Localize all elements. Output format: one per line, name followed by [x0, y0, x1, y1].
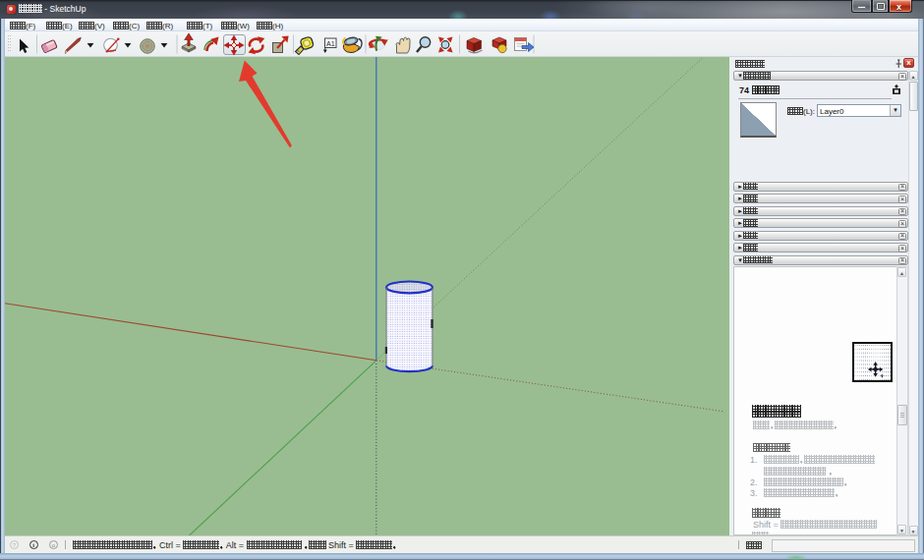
svg-text:A1: A1	[326, 40, 335, 47]
